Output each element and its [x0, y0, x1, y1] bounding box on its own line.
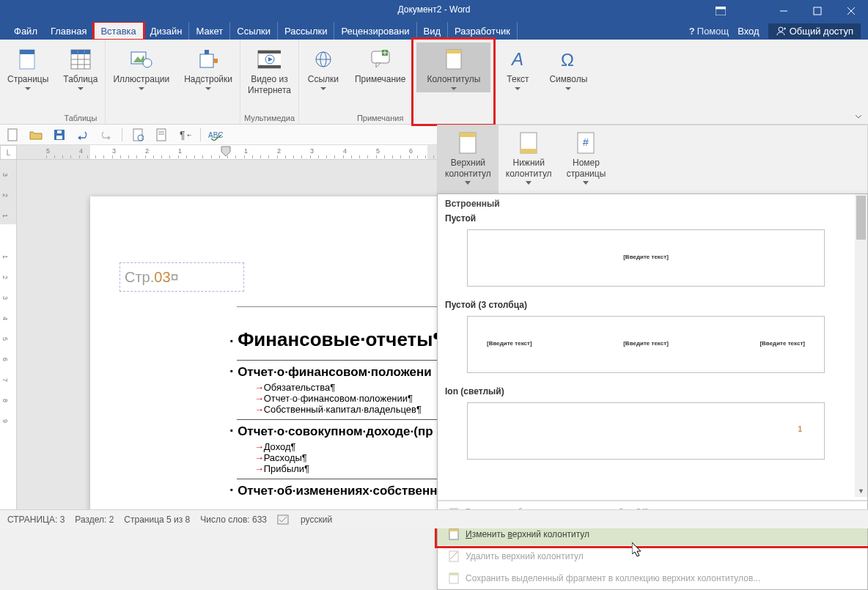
- addins-button[interactable]: Надстройки: [180, 43, 237, 92]
- header-page-icon: [456, 130, 479, 156]
- ribbon-display-options[interactable]: [709, 2, 732, 20]
- svg-text:Ω: Ω: [561, 50, 574, 69]
- header-gallery: Встроенный Пустой [Введите текст] Пустой…: [437, 193, 868, 590]
- placeholder-text: [Введите текст]: [623, 254, 669, 260]
- status-words[interactable]: Число слов: 633: [200, 515, 267, 525]
- vertical-ruler[interactable]: 321 123 456 789: [0, 160, 17, 509]
- tab-developer[interactable]: Разработчик: [448, 22, 518, 40]
- links-label: Ссылки: [308, 74, 339, 90]
- title-bar: Документ2 - Word: [0, 0, 868, 22]
- share-icon: [776, 26, 786, 36]
- video-label: Видео из Интернета: [248, 74, 291, 96]
- table-icon: [69, 48, 92, 71]
- svg-marker-44: [78, 136, 81, 140]
- svg-rect-58: [521, 149, 537, 153]
- gallery-remove-header-label: Удалить верхний колонтитул: [466, 551, 584, 561]
- symbols-icon: Ω: [556, 48, 580, 71]
- tab-insert[interactable]: Вставка: [94, 22, 143, 40]
- tab-view[interactable]: Вид: [417, 22, 449, 40]
- tab-references[interactable]: Ссылки: [230, 22, 278, 40]
- comment-icon: [369, 48, 392, 71]
- symbols-button[interactable]: Ω Символы: [545, 43, 592, 92]
- collapse-ribbon[interactable]: [852, 111, 865, 122]
- headers-footers-button[interactable]: Колонтитулы: [416, 43, 490, 92]
- qat-open[interactable]: [28, 127, 44, 143]
- illustrations-button[interactable]: Иллюстрации: [108, 43, 174, 92]
- page-header-field[interactable]: Стр.03¤: [119, 262, 244, 292]
- status-page[interactable]: СТРАНИЦА: 3: [7, 515, 65, 525]
- status-language[interactable]: русский: [301, 515, 332, 525]
- svg-marker-62: [583, 181, 589, 185]
- svg-rect-37: [446, 50, 461, 54]
- qat-spelling[interactable]: ABC: [208, 127, 224, 143]
- signin[interactable]: Вход: [733, 26, 763, 37]
- svg-rect-55: [460, 133, 476, 137]
- footer-dropdown[interactable]: Нижний колонтитул: [499, 125, 559, 197]
- table-button[interactable]: Таблица: [59, 43, 102, 92]
- tab-mailings[interactable]: Рассылки: [278, 22, 334, 40]
- gallery-item-blank-label: Пустой: [438, 210, 854, 226]
- page-number-icon: #: [574, 130, 597, 156]
- svg-marker-56: [465, 181, 471, 185]
- header-dropdown[interactable]: Верхний колонтитул: [438, 125, 499, 197]
- qat-new[interactable]: [4, 127, 21, 143]
- links-button[interactable]: Ссылки: [302, 43, 345, 92]
- gallery-item-blank3[interactable]: [Введите текст] [Введите текст] [Введите…: [467, 316, 825, 373]
- maximize-button[interactable]: [801, 0, 834, 22]
- share-button[interactable]: Общий доступ: [768, 23, 861, 39]
- illustrations-label: Иллюстрации: [113, 74, 169, 90]
- table-label: Таблица: [63, 74, 98, 90]
- qat-show-marks[interactable]: [153, 127, 169, 143]
- qat-show-all[interactable]: ¶↔: [177, 127, 193, 143]
- tab-review[interactable]: Рецензировани: [334, 22, 416, 40]
- page-number-label: Номер страницы: [567, 158, 606, 180]
- tables-group-label: Таблицы: [64, 114, 97, 122]
- page-number-dropdown[interactable]: # Номер страницы: [559, 125, 614, 197]
- svg-rect-65: [449, 529, 458, 531]
- status-page-of[interactable]: Страница 5 из 8: [124, 515, 190, 525]
- media-group-label: Мультимедиа: [244, 114, 295, 122]
- close-button[interactable]: [834, 0, 868, 22]
- comment-button[interactable]: Примечание: [350, 43, 410, 87]
- status-bar: СТРАНИЦА: 3 Раздел: 2 Страница 5 из 8 Чи…: [0, 509, 868, 528]
- svg-rect-3: [814, 7, 821, 15]
- pages-label: Страницы: [7, 74, 48, 90]
- qat-redo[interactable]: [98, 127, 114, 143]
- minimize-button[interactable]: [767, 0, 801, 22]
- ruler-corner: L: [0, 145, 17, 160]
- qat-document-properties[interactable]: [130, 127, 146, 143]
- gallery-remove-header[interactable]: Удалить верхний колонтитул: [438, 545, 867, 567]
- status-section[interactable]: Раздел: 2: [75, 515, 114, 525]
- gallery-item-blank[interactable]: [Введите текст]: [467, 229, 825, 287]
- pages-button[interactable]: Страницы: [3, 43, 53, 92]
- page-header-number: 03: [154, 269, 170, 286]
- pages-icon: [16, 48, 40, 71]
- tab-layout[interactable]: Макет: [189, 22, 230, 40]
- scrollbar-thumb[interactable]: [856, 196, 866, 240]
- svg-rect-24: [258, 51, 281, 54]
- header-icon: [442, 48, 466, 71]
- qat-undo[interactable]: [75, 127, 91, 143]
- header-footer-sub-ribbon: Верхний колонтитул Нижний колонтитул # Н…: [437, 125, 868, 198]
- gallery-item-ion[interactable]: 1: [467, 402, 825, 460]
- headers-label: Колонтитулы: [427, 74, 480, 90]
- gallery-item-ion-label: Ion (светлый): [438, 383, 854, 399]
- gallery-save-selection[interactable]: Сохранить выделенный фрагмент в коллекци…: [438, 567, 867, 589]
- tab-home[interactable]: Главная: [44, 22, 94, 40]
- gallery-scrollbar[interactable]: ▲ ▼: [855, 194, 867, 497]
- text-button[interactable]: A Текст: [496, 43, 539, 92]
- tell-me[interactable]: ?Помощ: [689, 26, 729, 37]
- gallery-section-builtin: Встроенный: [438, 194, 854, 210]
- qat-save[interactable]: [51, 127, 67, 143]
- footer-dropdown-label: Нижний колонтитул: [506, 158, 552, 180]
- tab-design[interactable]: Дизайн: [144, 22, 190, 40]
- video-button[interactable]: Видео из Интернета: [243, 43, 295, 98]
- status-proofing-icon[interactable]: [277, 514, 290, 526]
- addins-icon: [196, 48, 220, 71]
- svg-text:¶↔: ¶↔: [180, 129, 191, 141]
- svg-rect-25: [258, 65, 281, 68]
- header-dropdown-label: Верхний колонтитул: [445, 158, 491, 180]
- edit-header-icon: [448, 528, 460, 540]
- tab-file[interactable]: Файл: [7, 22, 44, 40]
- svg-marker-32: [376, 63, 380, 67]
